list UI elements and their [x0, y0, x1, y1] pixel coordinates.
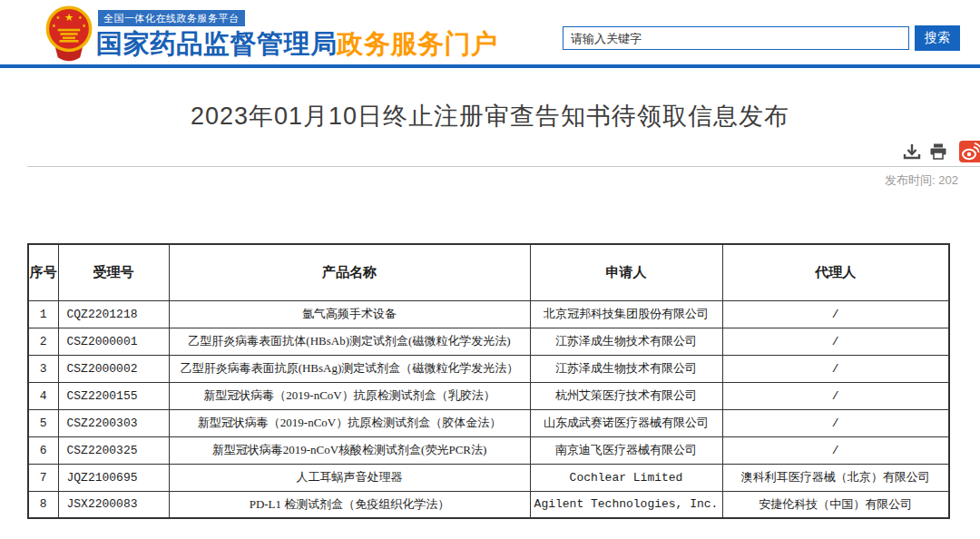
- table-cell: 3: [28, 355, 58, 382]
- table-row: 7JQZ2100695人工耳蜗声音处理器Cochlear Limited澳科利耳…: [28, 464, 949, 491]
- table-cell: /: [722, 328, 949, 355]
- publish-time: 发布时间: 202: [885, 172, 958, 189]
- col-header-applicant: 申请人: [530, 244, 722, 300]
- data-table: 序号 受理号 产品名称 申请人 代理人 1CQZ2201218氩气高频手术设备北…: [27, 243, 950, 519]
- table-cell: 新型冠状病毒（2019-nCoV）抗原检测试剂盒（胶体金法）: [169, 409, 530, 436]
- page: ★ ★ ★ ★ ★ 全国一体化在线政务服务平台 国家药品监督管理局政务服务门户 …: [0, 0, 980, 539]
- table-row: 5CSZ2200303新型冠状病毒（2019-nCoV）抗原检测试剂盒（胶体金法…: [28, 409, 949, 436]
- table-cell: CSZ2200155: [58, 382, 169, 409]
- table-row: 4CSZ2200155新型冠状病毒（2019-nCoV）抗原检测试剂盒（乳胶法）…: [28, 382, 949, 409]
- page-title: 2023年01月10日终止注册审查告知书待领取信息发布: [0, 100, 980, 132]
- article-toolbar: [903, 142, 956, 161]
- table-row: 1CQZ2201218氩气高频手术设备北京冠邦科技集团股份有限公司/: [28, 300, 949, 328]
- table-cell: Cochlear Limited: [530, 464, 722, 491]
- site-header: ★ ★ ★ ★ ★ 全国一体化在线政务服务平台 国家药品监督管理局政务服务门户 …: [0, 0, 980, 64]
- table-cell: Agilent Technologies, Inc.: [530, 491, 722, 518]
- table-cell: 人工耳蜗声音处理器: [169, 464, 530, 491]
- table-cell: /: [722, 382, 949, 409]
- col-header-product: 产品名称: [169, 244, 530, 300]
- svg-text:★: ★: [52, 23, 56, 28]
- table-cell: 山东成武赛诺医疗器械有限公司: [530, 409, 722, 436]
- col-header-index: 序号: [28, 244, 58, 300]
- search-input[interactable]: [563, 26, 909, 50]
- table-cell: 乙型肝炎病毒表面抗体(HBsAb)测定试剂盒(磁微粒化学发光法): [169, 328, 530, 355]
- table-cell: 北京冠邦科技集团股份有限公司: [530, 300, 722, 328]
- table-cell: CSZ2000002: [58, 355, 169, 382]
- site-title-portal: 政务服务门户: [338, 29, 498, 58]
- table-cell: 8: [28, 491, 58, 518]
- table-row: 2CSZ2000001乙型肝炎病毒表面抗体(HBsAb)测定试剂盒(磁微粒化学发…: [28, 328, 949, 355]
- table-row: 6CSZ2200325新型冠状病毒2019-nCoV核酸检测试剂盒(荧光PCR法…: [28, 436, 949, 464]
- print-icon[interactable]: [929, 142, 947, 161]
- table-cell: 乙型肝炎病毒表面抗原(HBsAg)测定试剂盒（磁微粒化学发光法）: [169, 355, 530, 382]
- table-cell: /: [722, 409, 949, 436]
- table-cell: /: [722, 355, 949, 382]
- table-header: 序号 受理号 产品名称 申请人 代理人: [28, 244, 949, 300]
- table-row: 3CSZ2000002乙型肝炎病毒表面抗原(HBsAg)测定试剂盒（磁微粒化学发…: [28, 355, 949, 382]
- table-cell: 安捷伦科技（中国）有限公司: [722, 491, 949, 518]
- col-header-agent: 代理人: [722, 244, 949, 300]
- table-cell: /: [722, 436, 949, 464]
- table-cell: 杭州艾策医疗技术有限公司: [530, 382, 722, 409]
- table-cell: 7: [28, 464, 58, 491]
- col-header-accept-no: 受理号: [58, 244, 169, 300]
- platform-badge: 全国一体化在线政务服务平台: [98, 10, 245, 26]
- table-cell: 6: [28, 436, 58, 464]
- table-cell: PD-L1 检测试剂盒（免疫组织化学法）: [169, 491, 530, 518]
- table-cell: 江苏泽成生物技术有限公司: [530, 328, 722, 355]
- table-cell: 5: [28, 409, 58, 436]
- national-emblem-logo: ★ ★ ★ ★ ★: [44, 5, 94, 63]
- table-cell: CSZ2200325: [58, 436, 169, 464]
- svg-text:★: ★: [82, 23, 86, 28]
- table-header-row: 序号 受理号 产品名称 申请人 代理人: [28, 244, 949, 300]
- table-cell: 新型冠状病毒2019-nCoV核酸检测试剂盒(荧光PCR法): [169, 436, 530, 464]
- table-cell: CQZ2201218: [58, 300, 169, 328]
- table-cell: 新型冠状病毒（2019-nCoV）抗原检测试剂盒（乳胶法）: [169, 382, 530, 409]
- table-cell: 澳科利耳医疗器械（北京）有限公司: [722, 464, 949, 491]
- table-cell: 2: [28, 328, 58, 355]
- table-cell: /: [722, 300, 949, 328]
- table-cell: CSZ2200303: [58, 409, 169, 436]
- table-body: 1CQZ2201218氩气高频手术设备北京冠邦科技集团股份有限公司/2CSZ20…: [28, 300, 949, 518]
- download-icon[interactable]: [903, 142, 921, 161]
- table-cell: CSZ2000001: [58, 328, 169, 355]
- table-cell: 江苏泽成生物技术有限公司: [530, 355, 722, 382]
- table-cell: 氩气高频手术设备: [169, 300, 530, 328]
- svg-text:★: ★: [64, 12, 74, 23]
- search-bar: 搜索: [563, 25, 960, 51]
- svg-text:★: ★: [78, 15, 83, 20]
- table-cell: 4: [28, 382, 58, 409]
- table-cell: 南京迪飞医疗器械有限公司: [530, 436, 722, 464]
- svg-text:★: ★: [55, 15, 60, 20]
- weibo-share-icon[interactable]: [959, 141, 980, 162]
- search-button[interactable]: 搜索: [915, 25, 960, 51]
- site-title: 国家药品监督管理局政务服务门户: [96, 26, 498, 63]
- table-cell: JQZ2100695: [58, 464, 169, 491]
- table-cell: 1: [28, 300, 58, 328]
- table-row: 8JSX2200083PD-L1 检测试剂盒（免疫组织化学法）Agilent T…: [28, 491, 949, 518]
- content-divider: [27, 166, 980, 167]
- header-divider: [0, 64, 980, 68]
- table-cell: JSX2200083: [58, 491, 169, 518]
- site-title-agency: 国家药品监督管理局: [96, 29, 338, 58]
